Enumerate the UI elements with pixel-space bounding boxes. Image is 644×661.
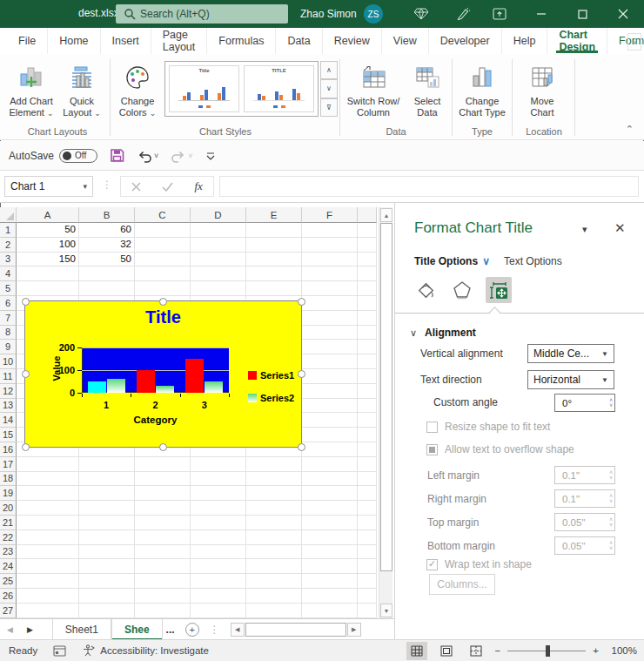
cell-E5[interactable] — [246, 281, 302, 296]
cell-D18[interactable] — [191, 472, 246, 487]
cell-A1[interactable]: 50 — [17, 223, 79, 238]
cell-C17[interactable] — [135, 457, 191, 472]
cell-partial[interactable] — [358, 384, 377, 399]
select-all-corner[interactable] — [0, 207, 17, 223]
column-header-F[interactable]: F — [302, 207, 358, 223]
cell-B5[interactable] — [79, 281, 135, 296]
cell-F10[interactable] — [302, 354, 358, 369]
chart-selection-handle[interactable] — [298, 443, 305, 451]
cell-C26[interactable] — [135, 589, 191, 604]
ribbon-tab-help[interactable]: Help — [502, 28, 548, 54]
sheet-nav-right-icon[interactable]: ▶ — [20, 625, 40, 634]
cell-C21[interactable] — [135, 516, 191, 530]
chart-bar-series1-cat3[interactable] — [185, 359, 204, 393]
accessibility-status[interactable]: Accessibility: Investigate — [100, 645, 209, 656]
ribbon-tab-view[interactable]: View — [382, 28, 429, 54]
customize-qat-button[interactable] — [205, 151, 216, 161]
cell-partial[interactable] — [358, 486, 377, 501]
cell-D5[interactable] — [191, 281, 246, 296]
avatar[interactable]: ZS — [364, 4, 383, 24]
ribbon-tab-chart-design[interactable]: Chart Design — [547, 28, 607, 54]
ribbon-tab-insert[interactable]: Insert — [101, 28, 151, 54]
insert-function-button[interactable]: fx — [195, 179, 203, 193]
chart-legend-series2[interactable]: Series2 — [248, 393, 294, 403]
cell-D23[interactable] — [191, 545, 246, 560]
row-header-10[interactable]: 10 — [0, 354, 17, 369]
sheetbar-splitter[interactable]: ⋮ — [210, 624, 220, 636]
cell-C20[interactable] — [135, 501, 191, 516]
cell-B18[interactable] — [79, 472, 135, 487]
cell-partial[interactable] — [358, 326, 377, 341]
cell-F4[interactable] — [302, 266, 358, 281]
embedded-chart[interactable]: Title Value Category 0100200123Series1Se… — [24, 300, 302, 448]
name-box[interactable]: Chart 1 ▾ — [4, 176, 93, 197]
pane-options-dropdown-icon[interactable]: ▾ — [582, 224, 587, 235]
cell-E17[interactable] — [246, 457, 302, 472]
cell-B22[interactable] — [79, 530, 135, 545]
row-header-11[interactable]: 11 — [0, 369, 17, 384]
cell-E1[interactable] — [246, 223, 302, 238]
cell-partial[interactable] — [358, 559, 377, 574]
vertical-alignment-dropdown[interactable]: Middle Ce...▼ — [527, 344, 614, 363]
row-header-26[interactable]: 26 — [0, 589, 17, 604]
gallery-more-button[interactable]: ⊽ — [320, 98, 338, 117]
row-header-9[interactable]: 9 — [0, 340, 17, 354]
cell-partial[interactable] — [358, 501, 377, 516]
chart-selection-handle[interactable] — [298, 298, 305, 306]
cell-F2[interactable] — [302, 238, 358, 253]
row-header-17[interactable]: 17 — [0, 457, 17, 472]
zoom-percentage[interactable]: 100% — [606, 645, 637, 656]
chart-styles-gallery[interactable]: Title TITLE — [164, 61, 319, 117]
text-direction-dropdown[interactable]: Horizontal▼ — [527, 370, 614, 389]
cell-F20[interactable] — [302, 501, 358, 516]
cell-E24[interactable] — [246, 559, 302, 574]
normal-view-button[interactable] — [406, 642, 427, 660]
chart-selection-handle[interactable] — [298, 370, 305, 378]
save-button[interactable] — [110, 148, 124, 163]
chart-selection-handle[interactable] — [22, 370, 30, 378]
cell-D26[interactable] — [191, 589, 246, 604]
row-header-20[interactable]: 20 — [0, 501, 17, 516]
cell-partial[interactable] — [358, 604, 377, 618]
row-header-24[interactable]: 24 — [0, 559, 17, 574]
cell-C18[interactable] — [135, 472, 191, 487]
cell-C22[interactable] — [135, 530, 191, 545]
row-header-23[interactable]: 23 — [0, 545, 17, 560]
custom-angle-spinner[interactable]: 0°˄˅ — [554, 394, 615, 412]
ribbon-tab-data[interactable]: Data — [276, 28, 322, 54]
chart-selection-handle[interactable] — [22, 443, 30, 451]
gallery-scroll-down-button[interactable]: ∨ — [320, 79, 338, 98]
cell-E3[interactable] — [246, 253, 302, 267]
cell-E25[interactable] — [246, 574, 302, 589]
cell-C24[interactable] — [135, 559, 191, 574]
chart-selection-handle[interactable] — [22, 298, 30, 306]
cell-partial[interactable] — [358, 428, 377, 442]
cell-partial[interactable] — [358, 253, 377, 267]
row-header-27[interactable]: 27 — [0, 604, 17, 618]
cell-E2[interactable] — [246, 238, 302, 253]
row-header-2[interactable]: 2 — [0, 238, 17, 253]
cell-F1[interactable] — [302, 223, 358, 238]
cell-partial[interactable] — [358, 516, 377, 530]
autosave-toggle[interactable]: AutoSave Off — [9, 149, 97, 163]
row-header-6[interactable]: 6 — [0, 296, 17, 311]
formula-bar-splitter[interactable]: ⋮ — [102, 179, 112, 191]
user-name[interactable]: Zhao Simon — [300, 8, 357, 20]
name-box-dropdown-icon[interactable]: ▾ — [83, 182, 87, 191]
cell-A18[interactable] — [17, 472, 79, 487]
ribbon-tab-formulas[interactable]: Formulas — [207, 28, 276, 54]
cell-partial[interactable] — [358, 545, 377, 560]
cell-F14[interactable] — [302, 413, 358, 428]
column-header-B[interactable]: B — [79, 207, 135, 223]
tab-overflow-button[interactable]: › — [627, 33, 641, 51]
cell-A2[interactable]: 100 — [17, 238, 79, 253]
cell-F13[interactable] — [302, 399, 358, 414]
cell-C5[interactable] — [135, 281, 191, 296]
cell-F12[interactable] — [302, 384, 358, 399]
cell-A25[interactable] — [17, 574, 79, 589]
cell-partial[interactable] — [358, 457, 377, 472]
row-header-13[interactable]: 13 — [0, 399, 17, 414]
alignment-section-header[interactable]: ∨Alignment — [410, 327, 476, 339]
cell-partial[interactable] — [358, 413, 377, 428]
cell-F3[interactable] — [302, 253, 358, 267]
